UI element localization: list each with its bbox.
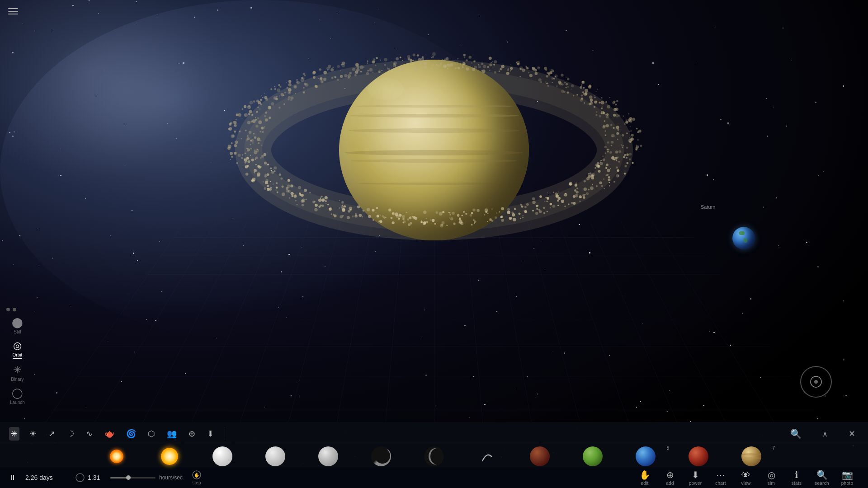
- binary-icon: ✳: [13, 364, 21, 376]
- status-actions: ✋ edit ⊕ add ⬇ power ⋯ chart 👁 view ◎: [633, 469, 859, 487]
- jupiter-count: 7: [772, 446, 775, 450]
- moon-phase-icon: [75, 473, 85, 483]
- earth-moon[interactable]: [732, 227, 755, 249]
- tool-anchor[interactable]: ⬇: [205, 427, 216, 441]
- orbit-icon: ◎: [13, 340, 22, 352]
- photo-label: photo: [841, 481, 854, 486]
- crescent-1: [371, 446, 391, 466]
- svg-text:✋: ✋: [194, 472, 200, 478]
- tool-hexagon[interactable]: ⬡: [146, 427, 157, 441]
- bottom-area: ✳ ☀ ↗ ☽ ∿ 🫖 🌀 ⬡ 👥 ⊕ ⬇ 🔍 ∧ ✕: [0, 422, 868, 488]
- edit-label: edit: [641, 481, 648, 486]
- pause-button[interactable]: ⏸: [9, 474, 16, 482]
- menu-bar-1: [8, 8, 18, 9]
- tool-spiral[interactable]: 🌀: [124, 427, 138, 441]
- speed-slider-thumb[interactable]: [126, 475, 131, 480]
- toolbar-close-button[interactable]: ✕: [845, 427, 859, 441]
- action-photo[interactable]: 📷 photo: [835, 469, 859, 487]
- action-view[interactable]: 👁 view: [734, 469, 758, 487]
- obj-crescent2[interactable]: [408, 446, 461, 466]
- action-sim[interactable]: ◎ sim: [760, 469, 783, 487]
- saturn-label: Saturn: [701, 204, 715, 210]
- tool-wave[interactable]: ∿: [84, 427, 94, 441]
- power-icon: ⬇: [692, 469, 699, 480]
- brown-planet: [530, 446, 550, 466]
- obj-white2[interactable]: [249, 446, 302, 466]
- action-chart[interactable]: ⋯ chart: [709, 469, 732, 487]
- svg-point-791: [638, 130, 642, 133]
- tool-sun[interactable]: ☀: [28, 427, 38, 441]
- earth-planet: [636, 446, 656, 466]
- sun-small-icon: [110, 450, 123, 463]
- action-search[interactable]: 🔍 search: [810, 469, 834, 487]
- orbit-label: Orbit: [13, 352, 23, 359]
- saturn-planet-container[interactable]: Saturn: [339, 60, 529, 240]
- left-mode-panel: ⬤ Still ◎ Orbit ✳ Binary ◯ Launch: [6, 308, 28, 407]
- speed-slider-track[interactable]: [110, 477, 156, 479]
- status-bar: ⏸ 2.26 days 1.31 hours/sec ✋ step: [0, 467, 868, 488]
- action-power[interactable]: ⬇ power: [684, 469, 707, 487]
- step-icon: ✋: [192, 470, 202, 480]
- planet-scene: Saturn: [0, 0, 868, 307]
- mode-launch[interactable]: ◯ Launch: [6, 385, 28, 407]
- toolbar-search-button[interactable]: 🔍: [787, 427, 805, 441]
- circle-control-button[interactable]: [800, 366, 832, 398]
- tool-dots[interactable]: ⊕: [187, 427, 197, 441]
- menu-button[interactable]: [8, 8, 18, 14]
- crescent-2: [424, 446, 444, 466]
- edit-icon: ✋: [639, 469, 651, 480]
- still-icon: ⬤: [12, 317, 23, 328]
- sun-large-icon: [161, 448, 178, 465]
- green-planet: [583, 446, 603, 466]
- obj-crescent1[interactable]: [355, 446, 408, 466]
- speed-unit-label: hours/sec: [159, 474, 183, 481]
- tool-comet[interactable]: ↗: [47, 427, 57, 441]
- obj-brown-planet[interactable]: [513, 446, 566, 466]
- add-icon: ⊕: [666, 469, 674, 480]
- object-selector-row: 5 7: [0, 444, 868, 467]
- obj-red-planet[interactable]: [672, 446, 725, 466]
- mode-binary[interactable]: ✳ Binary: [6, 362, 28, 384]
- obj-green-planet[interactable]: [566, 446, 619, 466]
- sim-label: sim: [768, 481, 775, 486]
- speed-value: 1.31: [88, 474, 101, 481]
- right-control[interactable]: [800, 366, 832, 398]
- action-edit[interactable]: ✋ edit: [633, 469, 656, 487]
- step-label: step: [193, 480, 201, 485]
- white-planet-1: [212, 446, 232, 466]
- obj-curve[interactable]: [460, 446, 513, 466]
- view-icon: 👁: [741, 470, 750, 480]
- red-planet: [689, 446, 708, 466]
- menu-bar-3: [8, 14, 18, 14]
- earth-count: 5: [667, 446, 670, 450]
- obj-jupiter-planet[interactable]: 7: [725, 446, 778, 466]
- photo-icon: 📷: [842, 469, 853, 480]
- add-label: add: [666, 481, 674, 486]
- saturn-body: [339, 60, 529, 240]
- obj-white1[interactable]: [196, 446, 249, 466]
- menu-bar-2: [8, 11, 18, 12]
- circle-control-icon: [809, 375, 823, 389]
- search-icon: 🔍: [816, 469, 828, 480]
- white-planet-2: [265, 446, 285, 466]
- toolbar-chevron-button[interactable]: ∧: [819, 428, 831, 440]
- tool-people[interactable]: 👥: [165, 427, 179, 441]
- obj-white3[interactable]: [302, 446, 355, 466]
- mode-orbit[interactable]: ◎ Orbit: [6, 338, 28, 361]
- speed-slider-container: hours/sec: [110, 474, 183, 481]
- speed-slider-fill: [110, 477, 128, 479]
- binary-label: Binary: [11, 377, 24, 382]
- obj-sun-small[interactable]: [90, 450, 143, 463]
- action-stats[interactable]: ℹ stats: [785, 469, 808, 487]
- jupiter-planet: [741, 446, 761, 466]
- mode-still[interactable]: ⬤ Still: [6, 315, 28, 336]
- tool-crescent[interactable]: ☽: [65, 427, 76, 441]
- tool-starburst[interactable]: ✳: [9, 427, 19, 441]
- obj-earth-planet[interactable]: 5: [619, 446, 672, 466]
- curve-shape: [477, 446, 497, 466]
- time-display: 2.26 days: [25, 474, 66, 481]
- obj-sun-large[interactable]: [143, 448, 196, 465]
- tool-teapot[interactable]: 🫖: [103, 427, 116, 441]
- step-control[interactable]: ✋ step: [192, 470, 202, 485]
- action-add[interactable]: ⊕ add: [658, 469, 682, 487]
